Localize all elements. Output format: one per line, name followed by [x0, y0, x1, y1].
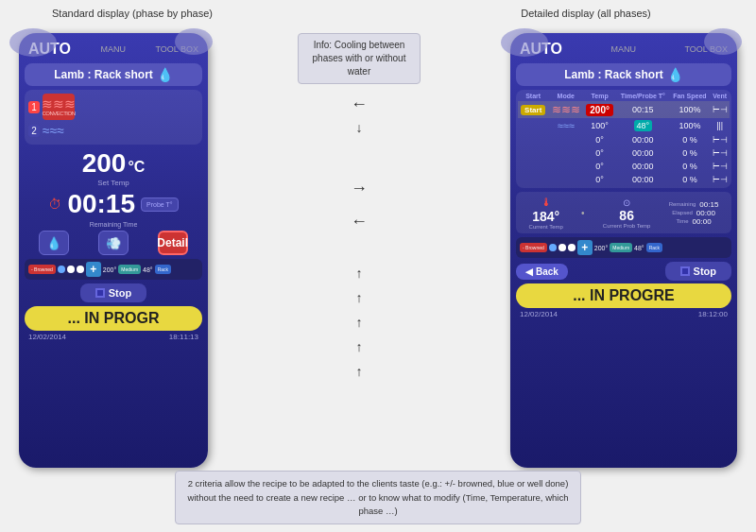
- arrow-right-1: →: [351, 179, 368, 198]
- detail-btn-standard[interactable]: Detail: [158, 231, 188, 255]
- footer-time-standard: 18:11:13: [169, 333, 198, 341]
- shortcut-browned-minus[interactable]: - Browned: [28, 265, 56, 274]
- time-row-standard: ⏱ 00:15 Probe T°: [25, 189, 202, 219]
- elapsed-label-detail: Elapsed: [672, 210, 693, 215]
- shortcut-rack-detail[interactable]: Rack: [646, 243, 662, 252]
- shortcut-temp-value-detail: 200°: [594, 245, 608, 251]
- recipe-bar-detail: Lamb : Rack short 💧: [516, 63, 731, 86]
- manu-label-detail: MANU: [611, 44, 637, 54]
- middle-area: Info: Cooling between phases with or wit…: [208, 9, 510, 382]
- recipe-name-standard: Lamb : Rack short: [54, 68, 153, 81]
- manu-label-standard: MANU: [101, 44, 127, 54]
- convection-icon-standard: ≋≋≋ CONVECTION: [43, 94, 75, 120]
- remaining-info-detail: Remaining 00:15 Elapsed 00:00 Time 00:00: [669, 200, 719, 226]
- phases-area-standard: 1 ≋≋≋ CONVECTION 2 ≈≈≈: [25, 90, 202, 145]
- remaining-row: Remaining 00:15: [669, 200, 719, 209]
- phase-row-2-standard: 2 ≈≈≈: [28, 123, 198, 138]
- arrow-down-icon-1: ↓: [356, 120, 363, 135]
- moon-decoration-left-detail: [501, 28, 548, 57]
- device-top-bar-detail: AUTO MANU TOOL BOX: [516, 39, 731, 60]
- shortcuts-bar-detail: - Browned + 200° Medium 48° Rack: [516, 237, 731, 258]
- current-probe-item: ⊙ 86 Current Prob Temp: [603, 197, 651, 229]
- set-temp-label: Set Temp: [25, 179, 202, 187]
- stop-square-icon: [95, 288, 105, 298]
- col-temp: Temp: [583, 92, 616, 101]
- progress-bar-standard: ... IN PROGR: [25, 306, 202, 331]
- arrow-right-icon-1: →: [351, 179, 368, 198]
- phases-table: Start Mode Temp Time/Probe T° Fan Speed …: [518, 92, 730, 186]
- clock-icon-standard: ⏱: [48, 197, 61, 212]
- col-vent: Vent: [710, 92, 730, 101]
- footer-date-standard: 12/02/2014: [28, 333, 66, 341]
- info-top-box: Info: Cooling between phases with or wit…: [298, 33, 421, 84]
- temp-display-standard: 200 °C: [25, 148, 202, 179]
- standard-panel: AUTO MANU TOOL BOX Lamb : Rack short 💧 1…: [19, 33, 208, 468]
- shortcut-plus-btn-detail[interactable]: +: [577, 240, 593, 255]
- icon-row-standard: 💧 💨 Detail: [25, 231, 202, 255]
- table-row[interactable]: ≈≈≈100°48°100%|||: [518, 118, 730, 133]
- arrow-left-icon: ←: [351, 94, 368, 114]
- water-drop-icon-standard: 💧: [157, 67, 173, 82]
- table-row[interactable]: 0°00:000 %⊢⊣: [518, 160, 730, 173]
- fan-btn-standard[interactable]: 💨: [98, 231, 129, 255]
- shortcut-rack[interactable]: Rack: [155, 265, 171, 274]
- shortcut-plus-btn[interactable]: +: [86, 262, 101, 277]
- probe-btn-standard[interactable]: Probe T°: [141, 197, 179, 212]
- arrow-up-4: ↑: [356, 339, 363, 354]
- arrow-left-icon-2: ←: [351, 212, 368, 232]
- table-row[interactable]: 0°00:000 %⊢⊣: [518, 173, 730, 186]
- back-btn-detail[interactable]: ◀ Back: [516, 264, 568, 280]
- arrow-up-5: ↑: [356, 364, 363, 379]
- detailed-label-text: Detailed display (all phases): [521, 8, 651, 19]
- moon-decoration-right: [175, 28, 213, 55]
- remaining-label-detail: Remaining: [669, 201, 696, 207]
- shortcut-medium[interactable]: Medium: [118, 265, 141, 274]
- arrow-up-icon-2: ↑: [356, 290, 363, 305]
- col-time-probe: Time/Probe T°: [616, 92, 669, 101]
- arrow-up-2: ↑: [356, 290, 363, 305]
- shortcut-48-value: 48°: [143, 266, 153, 273]
- shortcut-temp-value: 200°: [103, 266, 116, 273]
- phase2-num-standard: 2: [28, 125, 40, 137]
- arrow-down-standard: ↓: [356, 120, 363, 135]
- remaining-val-detail: 00:15: [699, 200, 718, 209]
- table-header: Start Mode Temp Time/Probe T° Fan Speed …: [518, 92, 730, 101]
- time-val-detail: 00:00: [693, 217, 712, 226]
- current-temps-area: 🌡 184° Current Temp • ⊙ 86 Current Prob …: [516, 192, 731, 233]
- water-drop-icon-detail: 💧: [667, 67, 683, 82]
- table-row[interactable]: Start≋≋≋200°00:15100%⊢⊣: [518, 101, 730, 119]
- shortcut-medium-detail[interactable]: Medium: [610, 243, 632, 252]
- current-probe-value: 86: [619, 208, 634, 223]
- footer-date-detail: 12/02/2014: [520, 310, 558, 318]
- device-footer-standard: 12/02/2014 18:11:13: [25, 331, 202, 341]
- arrow-up-icon-3: ↑: [356, 315, 363, 330]
- current-temp-item: 🌡 184° Current Temp: [529, 196, 563, 230]
- table-row[interactable]: 0°00:000 %⊢⊣: [518, 133, 730, 146]
- arrow-up-icon-4: ↑: [356, 339, 363, 354]
- current-probe-text: 86: [619, 208, 634, 223]
- stop-btn-standard[interactable]: Stop: [80, 283, 146, 302]
- temp-value-standard: 200: [82, 148, 127, 179]
- info-top-text: Info: Cooling between phases with or wit…: [313, 40, 406, 77]
- conv-label: CONVECTION: [43, 111, 76, 116]
- stop-btn-detail[interactable]: Stop: [665, 262, 731, 281]
- arrow-left-below: ←: [351, 209, 368, 234]
- col-start: Start: [518, 92, 548, 101]
- shortcut-dot-detail-2: [558, 244, 566, 251]
- stop-label-standard: Stop: [109, 287, 131, 299]
- current-probe-label: Current Prob Temp: [603, 223, 651, 229]
- arrow-up-icon-1: ↑: [356, 266, 363, 281]
- progress-bar-detail: ... IN PROGRE: [516, 283, 731, 308]
- humidify-btn-standard[interactable]: 💧: [39, 231, 69, 255]
- table-row[interactable]: 0°00:000 %⊢⊣: [518, 146, 730, 160]
- recipe-name-detail: Lamb : Rack short: [564, 68, 663, 81]
- label-detailed: Detailed display (all phases): [482, 8, 690, 19]
- progress-text-standard: ... IN PROGR: [68, 310, 160, 326]
- shortcut-dot-2: [67, 266, 75, 273]
- time-label-row: Time 00:00: [676, 217, 711, 226]
- thermo-icon-detail: 🌡: [541, 196, 552, 209]
- shortcut-browned-minus-detail[interactable]: - Browned: [520, 243, 547, 252]
- time-label-detail: Time: [676, 218, 688, 224]
- shortcuts-bar-standard: - Browned + 200° Medium 48° Rack: [25, 259, 202, 280]
- arrows-up-column: ↑ ↑ ↑ ↑ ↑: [356, 263, 363, 382]
